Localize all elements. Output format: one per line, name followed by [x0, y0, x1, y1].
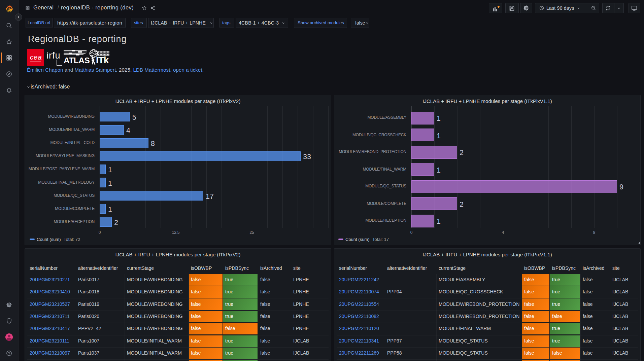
svg-text:ITk: ITk [96, 55, 109, 65]
svg-text:ATLAS: ATLAS [64, 56, 90, 65]
